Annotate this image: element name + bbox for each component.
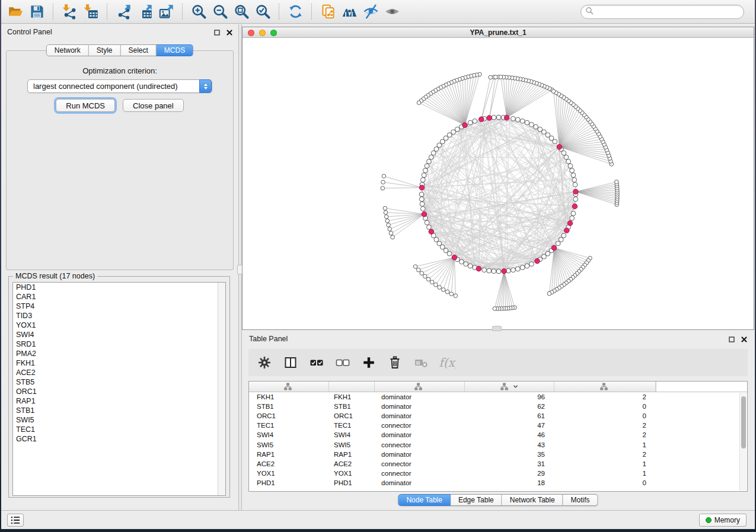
graph-leaf-node[interactable] [381,186,385,190]
graph-leaf-node[interactable] [420,271,424,275]
graph-node[interactable] [464,262,468,267]
graph-node[interactable] [468,120,473,125]
mcds-result-item[interactable]: CAR1 [13,292,225,302]
graph-hub-node[interactable] [422,211,427,217]
graph-node[interactable] [562,233,566,238]
graph-node[interactable] [542,130,547,134]
table-row[interactable]: ACE2ACE2connector311 [249,459,747,469]
table-cell[interactable]: 0 [554,479,656,486]
table-row[interactable]: SWI5SWI5connector431 [249,440,747,449]
table-cell[interactable]: 2 [554,422,656,429]
float-table-panel-icon[interactable] [728,335,736,344]
tab-edge-table[interactable]: Edge Table [451,494,502,506]
graph-node[interactable] [525,120,529,125]
table-scrollbar[interactable] [739,393,747,491]
graph-node[interactable] [492,115,496,120]
graph-node[interactable] [427,159,432,164]
graph-node[interactable] [487,268,492,273]
deselect-all-icon[interactable] [334,354,352,371]
graph-node[interactable] [496,115,501,120]
graph-leaf-node[interactable] [445,290,449,294]
graph-node[interactable] [556,241,560,246]
column-header-MCDS-role[interactable] [375,382,465,392]
graph-node[interactable] [534,124,538,129]
graph-hub-node[interactable] [429,229,434,235]
graph-hub-node[interactable] [419,185,425,190]
table-cell[interactable]: YOX1 [249,470,329,477]
graph-node[interactable] [515,267,520,271]
graph-node[interactable] [571,173,576,178]
graph-node[interactable] [420,207,425,211]
table-row[interactable]: FKH1FKH1dominator962 [249,392,747,402]
graph-leaf-node[interactable] [417,268,421,272]
graph-node[interactable] [437,143,442,148]
graph-node[interactable] [520,119,525,124]
optimization-criterion-select[interactable]: largest connected component (undirected) [27,79,212,93]
graph-node[interactable] [420,201,425,206]
table-cell[interactable]: 61 [465,412,554,419]
table-cell[interactable]: dominator [375,412,465,419]
table-cell[interactable]: dominator [375,393,465,400]
table-row[interactable]: TEC1TEC1connector472 [249,421,747,430]
tab-mcds[interactable]: MCDS [157,44,193,56]
table-row[interactable]: ORC1ORC1dominator610 [249,411,747,421]
export-image-icon[interactable] [157,2,176,21]
table-cell[interactable]: 62 [465,403,554,410]
table-cell[interactable]: 1 [554,460,656,467]
memory-button[interactable]: Memory [699,514,747,527]
table-cell[interactable]: 2 [554,451,656,458]
graph-node[interactable] [473,119,477,124]
mcds-result-list[interactable]: PHD1CAR1STP4TID3YOX1SWI4SRD1PMA2FKH1ACE2… [12,282,226,496]
table-cell[interactable]: STB1 [249,403,329,410]
column-header-successor-nodes[interactable] [465,382,554,392]
float-panel-icon[interactable] [213,28,221,37]
graph-node[interactable] [427,225,432,230]
select-all-icon[interactable] [308,354,326,371]
graph-node[interactable] [529,123,534,127]
graph-node[interactable] [538,127,543,132]
graph-node[interactable] [434,238,439,242]
export-table-icon[interactable] [135,2,154,21]
mcds-result-item[interactable]: PHD1 [13,283,225,292]
table-cell[interactable]: 29 [465,470,554,477]
table-row[interactable]: YOX1YOX1connector291 [249,469,747,478]
graph-node[interactable] [542,254,547,259]
graph-leaf-node[interactable] [381,180,385,184]
mcds-result-item[interactable]: RAP1 [13,396,225,406]
graph-leaf-node[interactable] [391,235,395,239]
graph-leaf-node[interactable] [499,75,503,79]
table-cell[interactable]: YOX1 [329,470,375,477]
graph-node[interactable] [525,264,529,268]
table-cell[interactable]: 0 [554,403,656,410]
mcds-result-item[interactable]: STP4 [13,302,225,311]
table-cell[interactable]: 2 [554,393,656,400]
graph-node[interactable] [425,164,429,168]
mcds-result-item[interactable]: ORC1 [13,387,225,396]
graph-node[interactable] [566,159,571,164]
table-cell[interactable]: SWI5 [249,441,329,448]
graph-hub-node[interactable] [557,145,562,150]
graph-node[interactable] [496,269,501,274]
table-cell[interactable]: RAP1 [249,451,329,458]
delete-icon[interactable] [386,354,404,371]
hide-selected-icon[interactable] [361,2,380,21]
graph-node[interactable] [434,147,439,152]
mcds-result-item[interactable]: SWI4 [13,330,225,339]
graph-leaf-node[interactable] [385,219,390,223]
search-box[interactable] [580,5,744,19]
graph-node[interactable] [562,150,566,155]
graph-leaf-node[interactable] [388,227,392,231]
graph-leaf-node[interactable] [389,231,393,235]
mcds-result-item[interactable]: TID3 [13,311,225,321]
table-cell[interactable]: 43 [465,441,554,448]
graph-hub-node[interactable] [551,245,557,251]
graph-hub-node[interactable] [564,228,570,233]
graph-hub-node[interactable] [573,189,579,194]
close-panel-icon[interactable] [225,28,234,37]
table-cell[interactable]: RAP1 [329,451,375,458]
graph-node[interactable] [564,155,569,160]
graph-leaf-node[interactable] [413,265,417,269]
search-input[interactable] [596,8,744,16]
task-history-button[interactable] [7,514,24,527]
zoom-selected-icon[interactable] [253,2,272,21]
